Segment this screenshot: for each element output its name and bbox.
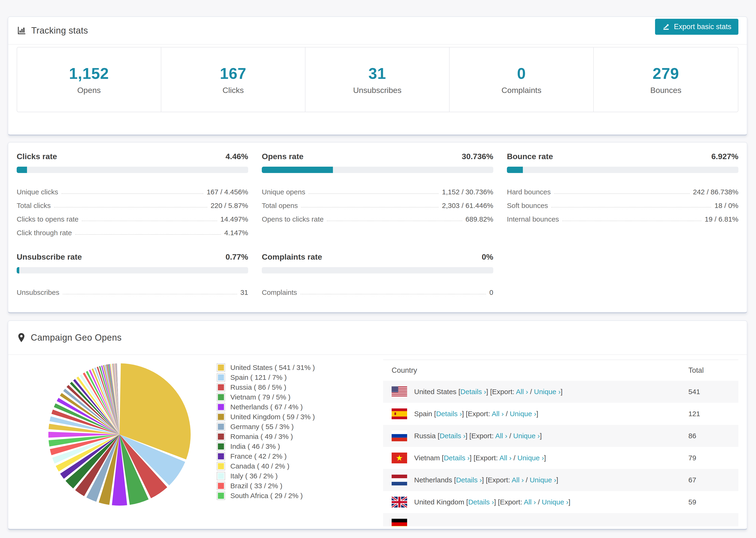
stat-label: Soft bounces xyxy=(507,202,548,210)
legend-label: Italy ( 36 / 2% ) xyxy=(230,472,278,480)
country-cell: Russia [Details ›] [Export: All › / Uniq… xyxy=(414,432,542,440)
export-unique-link[interactable]: Unique › xyxy=(530,476,556,484)
legend-label: Russia ( 86 / 5% ) xyxy=(230,383,286,391)
rate-value: 6.927% xyxy=(711,152,738,161)
stat-value: 689.82% xyxy=(465,215,493,223)
legend-color-swatch xyxy=(217,432,225,441)
rate-progress-bar xyxy=(17,267,248,273)
stat-row: Unsubscribes 31 xyxy=(17,283,248,296)
stat-label: Unique opens xyxy=(262,188,305,196)
legend-item: Vietnam ( 79 / 5% ) xyxy=(217,392,315,402)
export-unique-link[interactable]: Unique › xyxy=(534,388,561,396)
rate-value: 4.46% xyxy=(226,152,248,161)
rates-row-1: Clicks rate 4.46% Unique clicks 167 / 4.… xyxy=(17,152,738,237)
stat-label: Clicks to opens rate xyxy=(17,215,79,223)
flag-es-icon xyxy=(392,408,407,419)
legend-color-swatch xyxy=(217,363,225,372)
summary-label: Complaints xyxy=(502,86,541,95)
rate-progress-fill xyxy=(17,267,19,273)
tracking-stats-header: Tracking stats xyxy=(8,17,747,45)
legend-label: Germany ( 55 / 3% ) xyxy=(230,423,294,431)
country-name: United States xyxy=(414,388,458,396)
legend-label: United States ( 541 / 31% ) xyxy=(230,364,315,372)
country-cell: Spain [Details ›] [Export: All › / Uniqu… xyxy=(414,410,538,418)
summary-value: 1,152 xyxy=(69,65,109,82)
legend-item: France ( 42 / 2% ) xyxy=(217,452,315,461)
legend-label: United Kingdom ( 59 / 3% ) xyxy=(230,413,315,421)
rates-row-2: Unsubscribe rate 0.77% Unsubscribes 31 C… xyxy=(17,252,738,296)
dotted-leader xyxy=(82,221,217,221)
table-row: United Kingdom [Details ›] [Export: All … xyxy=(383,491,738,513)
export-unique-link[interactable]: Unique › xyxy=(517,454,544,462)
geo-title: Campaign Geo Opens xyxy=(31,333,122,343)
stat-value: 220 / 5.87% xyxy=(211,202,248,210)
stat-label: Unsubscribes xyxy=(17,289,59,296)
stat-value: 1,152 / 30.736% xyxy=(442,188,493,196)
legend-label: Brazil ( 33 / 2% ) xyxy=(230,482,283,490)
dotted-leader xyxy=(63,294,237,295)
stat-row: Complaints 0 xyxy=(262,283,493,296)
bracket-text: / xyxy=(512,454,517,462)
stat-row: Total clicks 220 / 5.87% xyxy=(17,196,248,210)
details-link[interactable]: Details › xyxy=(444,454,469,462)
details-link[interactable]: Details › xyxy=(468,498,494,506)
country-name: Vietnam xyxy=(414,454,442,462)
bracket-text: ] xyxy=(540,432,542,440)
details-link[interactable]: Details › xyxy=(456,476,482,484)
rate-progress-bar xyxy=(262,167,493,173)
export-all-link[interactable]: All › xyxy=(524,498,536,506)
table-row: United States [Details ›] [Export: All ›… xyxy=(383,381,738,403)
export-basic-stats-button[interactable]: Export basic stats xyxy=(655,19,738,35)
stat-value: 2,303 / 61.446% xyxy=(442,202,493,210)
dotted-leader xyxy=(327,221,462,221)
export-all-link[interactable]: All › xyxy=(512,476,524,484)
legend-item: South Africa ( 29 / 2% ) xyxy=(217,491,315,501)
legend-item: Romania ( 49 / 3% ) xyxy=(217,432,315,442)
rates-card: Clicks rate 4.46% Unique clicks 167 / 4.… xyxy=(8,142,747,313)
stat-label: Hard bounces xyxy=(507,188,551,196)
legend-color-swatch xyxy=(217,383,225,392)
bracket-text: / xyxy=(504,410,510,418)
export-all-link[interactable]: All › xyxy=(492,410,504,418)
geo-table: Country Total United States [Details ›] … xyxy=(383,360,738,530)
export-icon xyxy=(662,23,670,31)
summary-label: Bounces xyxy=(650,86,681,95)
bracket-text: / xyxy=(528,388,534,396)
flag-gb-icon xyxy=(392,497,407,508)
legend-color-swatch xyxy=(217,422,225,431)
export-unique-link[interactable]: Unique › xyxy=(513,432,540,440)
details-link[interactable]: Details › xyxy=(460,388,486,396)
total-value: 67 xyxy=(688,476,696,484)
total-value: 121 xyxy=(688,410,700,418)
legend-label: South Africa ( 29 / 2% ) xyxy=(230,492,303,500)
legend-item: India ( 46 / 3% ) xyxy=(217,442,315,452)
details-link[interactable]: Details › xyxy=(440,432,465,440)
legend-color-swatch xyxy=(217,452,225,460)
legend-label: Romania ( 49 / 3% ) xyxy=(230,433,293,441)
legend-color-swatch xyxy=(217,403,225,411)
bracket-text: ] [Export: xyxy=(469,454,499,462)
bracket-text: / xyxy=(507,432,513,440)
export-unique-link[interactable]: Unique › xyxy=(542,498,568,506)
stat-value: 19 / 6.81% xyxy=(705,215,738,223)
legend-label: France ( 42 / 2% ) xyxy=(230,452,287,460)
legend-item: Netherlands ( 67 / 4% ) xyxy=(217,402,315,412)
bracket-text: ] [Export: xyxy=(494,498,524,506)
export-button-label: Export basic stats xyxy=(674,23,731,31)
stat-label: Opens to clicks rate xyxy=(262,215,324,223)
table-bottom-fade xyxy=(383,526,738,530)
legend-item: United Kingdom ( 59 / 3% ) xyxy=(217,412,315,422)
export-unique-link[interactable]: Unique › xyxy=(510,410,536,418)
stat-row: Total opens 2,303 / 61.446% xyxy=(262,196,493,210)
rate-panel: Unsubscribe rate 0.77% Unsubscribes 31 xyxy=(17,252,248,296)
stat-value: 242 / 86.738% xyxy=(693,188,739,196)
export-all-link[interactable]: All › xyxy=(499,454,512,462)
legend-item: Brazil ( 33 / 2% ) xyxy=(217,481,315,491)
pie-svg xyxy=(43,358,195,511)
dotted-leader xyxy=(301,207,439,207)
export-all-link[interactable]: All › xyxy=(495,432,507,440)
export-all-link[interactable]: All › xyxy=(516,388,528,396)
dotted-leader xyxy=(54,207,207,207)
details-link[interactable]: Details › xyxy=(436,410,462,418)
stat-label: Complaints xyxy=(262,289,297,296)
